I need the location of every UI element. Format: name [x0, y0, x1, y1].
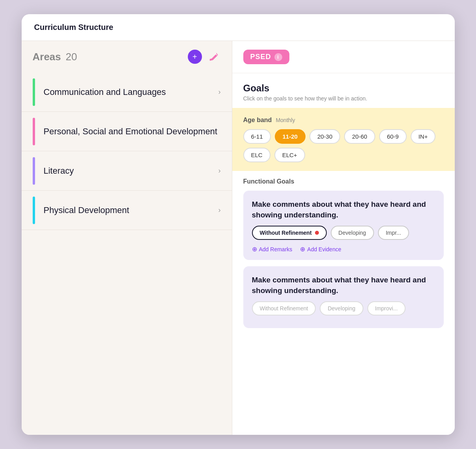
age-band-label: Age band [243, 117, 272, 124]
area-label-0: Communication and Languages [44, 87, 219, 97]
area-accent-0 [33, 78, 35, 106]
main-layout: Areas 20 + Communication and Langua [22, 41, 455, 435]
goals-title: Goals [243, 83, 444, 94]
goal-card-1: Make comments about what they have heard… [243, 266, 444, 328]
age-band-header: Age band Monthly [243, 117, 444, 124]
edit-button[interactable] [207, 50, 221, 64]
age-chip-5[interactable]: IN+ [411, 129, 436, 144]
area-item[interactable]: Communication and Languages › [22, 72, 232, 112]
goals-section: Goals Click on the goals to see how they… [232, 73, 455, 108]
goal-card-text-1: Make comments about what they have heard… [252, 275, 435, 296]
age-band-chips: 6-11 11-20 20-30 20-60 60-9 IN+ ELC ELC+ [243, 129, 444, 162]
area-item[interactable]: Literacy › [22, 151, 232, 191]
goal-chips-0: Without Refinement Developing Impr... [252, 226, 435, 240]
left-panel: Areas 20 + Communication and Langua [22, 41, 232, 435]
goal-actions-0: ⊕ Add Remarks ⊕ Add Evidence [252, 245, 435, 253]
goals-subtitle: Click on the goals to see how they will … [243, 95, 444, 102]
goal-chip-without-refinement-1[interactable]: Without Refinement [252, 301, 316, 315]
info-icon[interactable]: i [274, 53, 282, 61]
age-chip-3[interactable]: 20-60 [344, 129, 375, 144]
area-accent-2 [33, 157, 35, 185]
age-chip-6[interactable]: ELC [243, 148, 270, 162]
add-evidence-link[interactable]: ⊕ Add Evidence [300, 245, 341, 253]
areas-label: Areas [33, 51, 61, 63]
page-title: Curriculum Structure [34, 23, 442, 32]
goal-chip-developing-0[interactable]: Developing [331, 226, 374, 240]
goal-chip-improving-1[interactable]: Improvi... [367, 301, 406, 315]
age-band-section: Age band Monthly 6-11 11-20 20-30 20-60 … [232, 108, 455, 171]
age-chip-1[interactable]: 11-20 [275, 129, 306, 144]
age-chip-4[interactable]: 60-9 [379, 129, 407, 144]
goal-chip-improving-0[interactable]: Impr... [378, 226, 409, 240]
chevron-icon-0: › [219, 88, 221, 96]
add-area-button[interactable]: + [188, 50, 202, 64]
psed-label: PSED [250, 53, 271, 61]
main-window: Curriculum Structure Areas 20 + [22, 14, 455, 435]
psed-tag-area: PSED i [232, 41, 455, 73]
right-panel: PSED i Goals Click on the goals to see h… [232, 41, 455, 435]
goal-chips-1: Without Refinement Developing Improvi... [252, 301, 435, 315]
age-chip-2[interactable]: 20-30 [309, 129, 340, 144]
areas-header: Areas 20 + [22, 41, 232, 72]
area-accent-1 [33, 118, 35, 145]
plus-icon: + [193, 52, 197, 61]
plus-icon-evidence: ⊕ [300, 245, 305, 253]
title-bar: Curriculum Structure [22, 14, 455, 41]
area-label-2: Literacy [44, 166, 219, 176]
area-label-1: Personal, Social and Emotional Developme… [44, 126, 221, 137]
goal-card-0: Make comments about what they have heard… [243, 191, 444, 260]
plus-icon-remarks: ⊕ [252, 245, 257, 253]
area-accent-3 [33, 197, 35, 224]
goal-chip-without-refinement-0[interactable]: Without Refinement [252, 226, 327, 240]
goal-card-text-0: Make comments about what they have heard… [252, 199, 435, 220]
chevron-icon-2: › [219, 167, 221, 175]
age-band-frequency: Monthly [276, 117, 295, 123]
area-list: Communication and Languages › Personal, … [22, 72, 232, 230]
areas-count: 20 [66, 51, 77, 63]
goal-chip-developing-1[interactable]: Developing [320, 301, 363, 315]
area-item[interactable]: Physical Development › [22, 191, 232, 230]
pencil-icon [208, 51, 219, 62]
age-chip-0[interactable]: 6-11 [243, 129, 271, 144]
psed-tag[interactable]: PSED i [243, 50, 289, 64]
functional-goals-section: Functional Goals Make comments about wha… [232, 171, 455, 334]
age-chip-7[interactable]: ELC+ [274, 148, 305, 162]
chevron-icon-3: › [219, 206, 221, 214]
status-dot [315, 231, 319, 235]
add-remarks-link[interactable]: ⊕ Add Remarks [252, 245, 293, 253]
functional-goals-title: Functional Goals [243, 178, 444, 185]
area-item[interactable]: Personal, Social and Emotional Developme… [22, 112, 232, 151]
area-label-3: Physical Development [44, 205, 219, 215]
